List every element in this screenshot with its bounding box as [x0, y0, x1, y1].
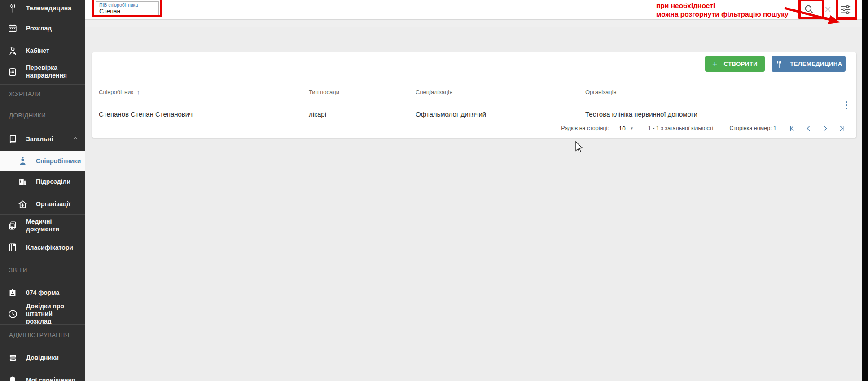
sidebar-item-departments[interactable]: Підрозділи [0, 174, 85, 189]
sidebar-item-cabinet[interactable]: Кабінет [0, 43, 85, 58]
clear-icon[interactable]: ✕ [824, 4, 832, 15]
antenna-icon [7, 3, 18, 13]
sidebar-item-074-form[interactable]: 074 форма [0, 286, 85, 300]
cell-position-type: лікарі [309, 110, 326, 118]
divider [92, 99, 856, 99]
pagination-bar: Рядків на сторінці: 10 ▼ 1 - 1 з загальн… [92, 122, 846, 134]
antenna-icon [775, 60, 784, 69]
prev-page-icon[interactable] [805, 125, 812, 132]
search-input[interactable]: ПІБ співробітника Степан [96, 1, 159, 15]
sidebar-section-journals: ЖУРНАЛИ [9, 91, 41, 97]
column-header-position-type[interactable]: Тип посади [309, 89, 339, 95]
caret-down-icon[interactable]: ▼ [630, 126, 634, 130]
sidebar-section-directories: ДОВІДНИКИ [9, 112, 46, 119]
telemedicine-button[interactable]: ТЕЛЕМЕДИЦИНА [772, 56, 846, 72]
clock-icon [7, 308, 18, 319]
sidebar-item-medical-documents[interactable]: Медичні документи [0, 216, 85, 235]
sidebar-item-general[interactable]: Загальні [0, 132, 85, 146]
sidebar-section-administration: АДМІНІСТРУВАННЯ [9, 332, 70, 338]
divider [0, 107, 85, 107]
rows-per-page-value[interactable]: 10 [619, 125, 626, 132]
person-cap-icon [17, 156, 28, 167]
bell-icon [7, 375, 18, 381]
documents-icon [7, 220, 18, 231]
filter-sliders-icon[interactable] [840, 4, 852, 17]
sidebar-item-telemedicine[interactable]: Телемедицина [0, 1, 85, 15]
cell-specialization: Офтальмолог дитячий [416, 110, 486, 118]
search-input-label: ПІБ співробітника [99, 3, 156, 8]
column-header-organization[interactable]: Організація [585, 89, 617, 95]
row-menu-kebab-icon[interactable] [842, 101, 851, 112]
cell-organization: Тестова клініка первинної допомоги [585, 110, 697, 118]
divider [92, 119, 856, 119]
books-icon [7, 242, 18, 253]
sidebar-item-organizations[interactable]: Організації [0, 197, 85, 211]
sidebar-item-employees[interactable]: Співробітники [0, 151, 85, 171]
text-cursor [121, 8, 121, 15]
first-page-icon[interactable] [788, 125, 796, 132]
main-content: СПІВРОБІТНИКИ ПРОФІЛІ E-HEALTH ЗАПИТИ ДО… [85, 0, 862, 381]
annotation-line2: можна розгорнути фільтрацію пошуку [656, 10, 789, 18]
create-button[interactable]: + СТВОРИТИ [705, 56, 765, 72]
divider [0, 261, 85, 261]
last-page-icon[interactable] [838, 125, 846, 132]
sidebar-item-staffing-certificates[interactable]: Довідки про штатний розклад [0, 304, 85, 324]
divider [0, 324, 85, 325]
book-info-icon [7, 134, 18, 144]
doctor-icon [7, 45, 18, 56]
sidebar-item-referral-check[interactable]: Перевірка направлення [0, 62, 85, 82]
sidebar: Телемедицина Розклад Кабінет Перевірка н… [0, 0, 85, 381]
sidebar-item-my-notifications[interactable]: Мої сповіщення [0, 373, 85, 381]
chevron-up-icon[interactable] [72, 134, 79, 143]
sort-asc-icon: ↑ [137, 89, 140, 95]
annotation-line1: при необхідності [656, 1, 789, 10]
column-header-specialization[interactable]: Спеціалізація [416, 89, 452, 95]
sidebar-item-schedule[interactable]: Розклад [0, 21, 85, 35]
sidebar-item-dictionaries[interactable]: Довідники [0, 351, 85, 365]
sidebar-section-reports: ЗВІТИ [9, 267, 27, 273]
plus-icon: + [712, 59, 718, 69]
search-icon[interactable] [803, 4, 815, 17]
page-number: Сторінка номер: 1 [729, 125, 776, 131]
divider [0, 84, 85, 85]
pagination-range: 1 - 1 з загальної кількості [648, 125, 714, 131]
clipboard-icon [7, 66, 18, 77]
results-card: + СТВОРИТИ ТЕЛЕМЕДИЦИНА Співробітник ↑ Т… [92, 52, 856, 138]
building-icon [17, 176, 28, 187]
calendar-icon [7, 23, 18, 34]
cell-employee: Степанов Степан Степанович [99, 110, 193, 118]
next-page-icon[interactable] [821, 125, 829, 132]
rows-per-page-label: Рядків на сторінці: [561, 125, 609, 131]
divider [0, 214, 85, 215]
list-rows-icon [7, 352, 18, 363]
screen-edge [862, 0, 868, 381]
search-input-value: Степан [99, 8, 120, 15]
home-plus-icon [17, 199, 28, 209]
column-header-employee[interactable]: Співробітник ↑ [99, 89, 140, 95]
annotation-note: при необхідності можна розгорнути фільтр… [656, 1, 789, 18]
id-badge-icon [7, 287, 18, 298]
sidebar-item-classifiers[interactable]: Класифікатори [0, 240, 85, 255]
